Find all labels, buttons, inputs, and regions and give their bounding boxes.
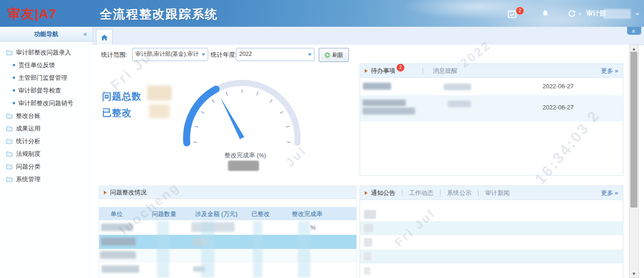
redacted-text [448,100,471,107]
chevron-down-icon [202,54,205,56]
sidebar-item-ledger[interactable]: 整改台账 [0,109,93,122]
redacted-text [101,224,133,231]
user-menu-caret-icon[interactable] [636,13,639,15]
sidebar-item-results-usage[interactable]: 成果运用 [0,122,93,135]
col-unit: 单位 [110,210,123,218]
todo-date: 2022-06-27 [542,104,574,111]
todo-row[interactable]: 2022-06-27 [360,95,623,122]
bell-icon[interactable] [542,10,549,19]
app-logo: 审友|A7 [8,5,57,23]
main-content: 统计范围: 审计部,审计部(基金),审计 统计年度: 2022 刷新 问题总数 … [93,45,629,278]
redacted-text [102,265,139,273]
redacted-text [364,252,371,261]
notice-row[interactable]: 2022-06-16 [360,207,623,221]
todo-badge: 2 [396,63,405,72]
sidebar-title: 功能导航 [34,31,59,38]
scope-select-value: 审计部,审计部(基金),审计 [133,48,208,60]
notice-panel-header: 通知公告 工作动态 系统公示 审计新闻 更多 » [360,186,623,200]
refresh-green-icon [324,52,330,58]
todo-more-link[interactable]: 更多 » [601,67,618,75]
notice-more-link[interactable]: 更多 » [601,189,618,197]
sidebar-item-label: 法规制度 [16,150,40,158]
divider [440,190,440,196]
gauge-metric-total-label: 问题总数 [102,90,141,103]
tab-todo-items[interactable]: 待办事项 [371,67,395,75]
issues-panel-title: 问题整改情况 [110,188,147,197]
content-tabbar [93,27,644,45]
scope-select[interactable]: 审计部,审计部(基金),审计 [132,48,208,61]
chevron-down-icon [308,54,312,56]
redacted-column [201,221,214,278]
sidebar-item-statistics[interactable]: 统计分析 [0,135,93,147]
redacted-text [444,84,471,90]
year-select-value: 2022 [236,48,314,60]
divider [478,190,479,196]
sidebar-item-problem-category[interactable]: 问题分类 [0,160,93,173]
issues-table-header: 单位 问题数量 涉及金额 (万元) 已整改 整改完成率 [99,207,356,220]
notice-row[interactable] [360,263,623,278]
sidebar-item-label: 统计分析 [16,137,40,146]
issues-table-row[interactable]: % [99,221,356,235]
issues-table-row[interactable] [99,249,356,263]
user-name-redacted[interactable] [604,9,631,19]
redacted-text [364,238,372,247]
folder-icon [6,139,13,144]
scrollbar-thumb[interactable] [630,52,637,208]
sidebar-item-label: 系统管理 [16,175,40,184]
arrow-marker-icon [104,191,107,194]
issues-table-row-selected[interactable] [99,235,356,249]
refresh-button[interactable]: 刷新 [319,48,349,62]
home-icon [101,34,108,41]
notice-panel: 通知公告 工作动态 系统公示 审计新闻 更多 » 2022-06-16 2022… [360,185,623,278]
scroll-down-icon[interactable]: ▼ [632,271,636,276]
sidebar-collapse-button[interactable]: « [83,27,87,41]
tab-system-announcements[interactable]: 系统公示 [447,189,471,197]
scroll-up-icon[interactable]: ▲ [632,46,636,51]
sidebar-item-unit-feedback[interactable]: 责任单位反馈 [0,59,93,71]
year-select[interactable]: 2022 [236,48,314,61]
sidebar-nav: 审计部整改问题录入 责任单位反馈 主管部门监督管理 审计部督导检查 审计部整改问… [0,42,93,185]
col-completion-rate: 整改完成率 [292,210,322,218]
tab-message-reminders[interactable]: 消息提醒 [433,67,457,75]
folder-icon [6,177,13,182]
header-collapse-button[interactable]: « [627,27,641,35]
divider [423,68,423,74]
sidebar-item-problem-closure[interactable]: 审计部整改问题销号 [0,97,93,109]
refresh-icon[interactable] [568,10,576,19]
sidebar-item-label: 成果运用 [16,124,40,133]
bullet-icon [13,89,15,92]
sidebar-item-label: 审计部整改问题销号 [18,99,73,108]
todo-panel-header: 待办事项 2 消息提醒 更多 » [360,64,623,78]
tab-home[interactable] [96,29,113,45]
notice-row[interactable]: 2022-06-16 [360,221,623,235]
sidebar-item-label: 整改台账 [16,112,40,120]
notice-row[interactable]: 2022-06-16 [360,235,623,249]
folder-icon [6,151,13,157]
sidebar-item-regulations[interactable]: 法规制度 [0,147,93,160]
sidebar-item-problem-entry[interactable]: 审计部整改问题录入 [0,46,93,59]
issues-table-row[interactable] [99,263,356,276]
bullet-icon [13,102,15,104]
arrow-marker-icon [365,191,368,195]
sidebar-item-audit-inspection[interactable]: 审计部督导检查 [0,84,93,97]
refresh-caret-icon[interactable] [578,13,582,15]
sidebar-item-label: 审计部督导检查 [18,86,61,95]
tab-work-updates[interactable]: 工作动态 [409,189,433,197]
sidebar-item-dept-supervision[interactable]: 主管部门监督管理 [0,71,93,84]
gauge-axis-label: 整改完成率 (%) [208,151,283,160]
tab-notices[interactable]: 通知公告 [371,189,395,197]
todo-date: 2022-06-27 [542,83,574,90]
tab-audit-news[interactable]: 审计新闻 [485,189,510,197]
notice-row[interactable]: 2022-06-16 [360,249,623,263]
folder-icon [6,126,13,131]
todo-row[interactable]: 2022-06-27 [360,78,623,95]
sidebar-item-system-admin[interactable]: 系统管理 [0,173,93,185]
redacted-text [100,251,136,259]
redacted-text [364,210,376,219]
row-percent-suffix: % [310,224,316,231]
gauge-metric-fixed-label: 已整改 [102,107,132,119]
issues-panel-header: 问题整改情况 [99,186,356,199]
refresh-button-label: 刷新 [332,51,344,59]
year-filter-label: 统计年度: [211,51,237,59]
vertical-scrollbar[interactable]: ▲ ▼ [629,45,639,278]
